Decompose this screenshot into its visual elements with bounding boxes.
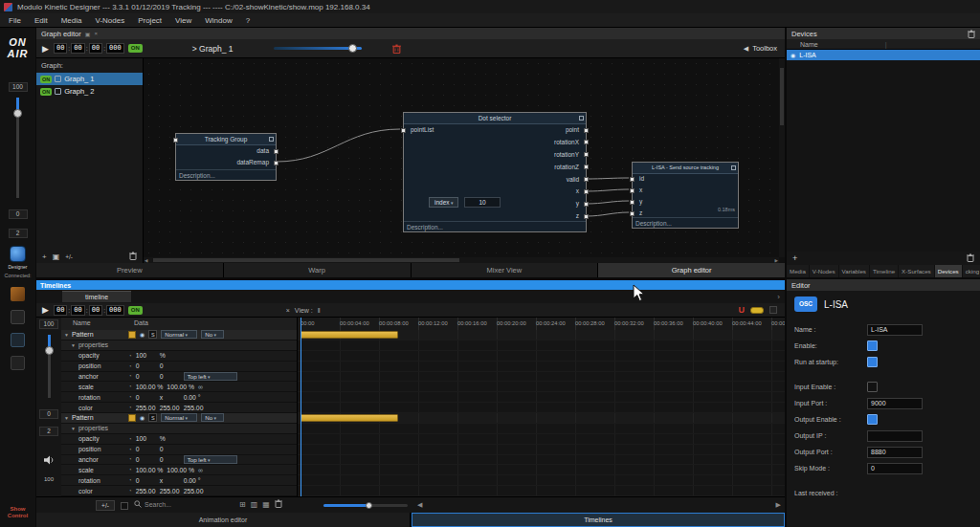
property-value[interactable]: 255.00 [184, 405, 204, 411]
property-row-scale[interactable]: scale◔100.00 %100.00 %∞ [61, 465, 297, 475]
property-value[interactable]: 255.00 [136, 488, 156, 494]
node-collapse-box[interactable] [731, 165, 736, 170]
port-out-rotationz[interactable] [584, 165, 589, 169]
grid-row[interactable] [298, 372, 785, 383]
property-value[interactable]: 0 [136, 456, 156, 463]
view-tab-warp[interactable]: Warp [224, 263, 411, 277]
node-collapse-box[interactable] [269, 137, 274, 142]
port-in-y[interactable] [630, 200, 635, 205]
menu-v-nodes[interactable]: V-Nodes [88, 13, 131, 28]
master-fader-value[interactable]: 100 [9, 82, 28, 92]
graph-list-item-graph-1[interactable]: ONGraph_ 1 [36, 73, 143, 85]
sidebar-value-b[interactable]: 2 [9, 229, 28, 238]
fader-knob[interactable] [13, 109, 22, 118]
timeline-fader[interactable] [45, 335, 54, 398]
grid-row[interactable] [298, 362, 785, 372]
property-row-rotation[interactable]: rotation◔0x0.00 ° [61, 475, 297, 486]
keyframe-clock-icon[interactable]: ◔ [128, 467, 132, 472]
menu-x[interactable]: ? [239, 13, 256, 28]
on-badge[interactable]: ON [40, 76, 52, 83]
play-button[interactable]: ▶ [42, 305, 49, 315]
port-in[interactable] [173, 138, 178, 143]
column-divider[interactable]: | [885, 41, 887, 48]
add-graph-button[interactable]: + [42, 253, 47, 261]
track-header-pattern[interactable]: ▼Pattern◉SNormalNo [61, 413, 297, 424]
keyframe-clock-icon[interactable]: ◔ [128, 488, 132, 494]
property-value[interactable]: 255.00 [160, 488, 180, 494]
property-value[interactable]: 0.00 ° [184, 394, 204, 401]
property-value[interactable]: 100.00 % [167, 384, 194, 390]
property-row-anchor[interactable]: anchor◔00Top left [61, 455, 297, 466]
marker-icon[interactable] [750, 307, 764, 314]
zoom-bars-icon[interactable]: ‖ [318, 307, 321, 314]
keyframe-clock-icon[interactable]: ◔ [128, 405, 132, 410]
port-out-data[interactable] [274, 149, 278, 154]
node-dot-selector[interactable]: Dot selector pointList pointrotationXrot… [403, 112, 587, 232]
on-badge[interactable]: ON [128, 306, 143, 315]
playhead-line[interactable] [301, 330, 301, 496]
index-dropdown[interactable]: index [429, 197, 458, 208]
collapse-icon[interactable]: ▼ [64, 415, 69, 421]
kinetic-icon[interactable] [11, 287, 25, 301]
input-name[interactable]: L-ISA [867, 324, 923, 336]
grid-row[interactable] [298, 424, 785, 434]
playhead-line[interactable] [301, 318, 301, 330]
grid-row[interactable] [298, 465, 785, 475]
node-header[interactable]: Dot selector [404, 113, 586, 124]
checkbox-input-enable[interactable] [867, 382, 878, 392]
panel-tab-v-nodes[interactable]: V-Nodes [810, 265, 838, 277]
option-dropdown[interactable]: No [201, 330, 224, 339]
property-value[interactable]: 0.00 ° [184, 477, 204, 484]
property-value[interactable]: 100 [136, 435, 156, 442]
view-tab-preview[interactable]: Preview [36, 263, 223, 277]
anchor-dropdown[interactable]: Top left [184, 455, 237, 464]
collapse-icon[interactable]: ▼ [64, 332, 69, 338]
grid-row[interactable] [298, 455, 785, 466]
property-value[interactable]: x [160, 394, 180, 401]
keyframe-clock-icon[interactable]: ◔ [128, 384, 132, 389]
grid-row[interactable] [298, 351, 785, 362]
solo-button[interactable]: S [148, 330, 157, 339]
property-value[interactable]: 255.00 [184, 488, 204, 494]
keyframe-clock-icon[interactable]: ◔ [128, 353, 132, 359]
panel-tab-x-surfaces[interactable]: X-Surfaces [899, 265, 934, 277]
property-value[interactable]: 0 [160, 362, 180, 369]
node-graph-canvas[interactable]: Tracking Group datadataRemap Description… [144, 58, 785, 263]
property-value[interactable]: 0 [136, 477, 156, 484]
canvas-horizontal-scrollbar[interactable]: ◀ ▶ [144, 257, 779, 263]
property-value[interactable]: 100 [136, 352, 156, 359]
property-value[interactable]: 255.00 [136, 405, 156, 411]
menu-file[interactable]: File [2, 13, 28, 28]
node-lisa-send-source-tracking[interactable]: L-ISA - Send source tracking idxyz 0.18m… [632, 162, 739, 229]
property-row-position[interactable]: position◔00 [61, 445, 297, 455]
property-row-rotation[interactable]: rotation◔0x0.00 ° [61, 392, 297, 403]
node-collapse-box[interactable] [579, 116, 584, 121]
port-out-x[interactable] [584, 189, 589, 194]
solo-button[interactable]: S [148, 413, 157, 422]
bottom-tab-timelines[interactable]: Timelines [412, 513, 785, 527]
track-color-swatch[interactable] [128, 414, 136, 422]
play-button[interactable]: ▶ [42, 44, 49, 54]
scroll-left-icon[interactable]: ◀ [145, 258, 147, 263]
timeline-value-a[interactable]: 0 [39, 409, 58, 419]
dock-icon[interactable]: ▣ [85, 31, 91, 37]
timeline-clip[interactable] [301, 414, 398, 422]
input-output-port[interactable]: 8880 [867, 447, 923, 458]
graph-breadcrumb[interactable]: > Graph_ 1 [192, 44, 234, 54]
property-row-color[interactable]: color◔255.00255.00255.00 [61, 486, 297, 496]
port-out-valid[interactable] [584, 177, 589, 182]
delete-graph-button[interactable] [392, 44, 401, 54]
property-value[interactable]: 0 [136, 373, 156, 380]
vnodes-icon[interactable] [11, 333, 25, 347]
input-skip-mode[interactable]: 0 [867, 463, 923, 474]
plus-minus-button[interactable]: +/- [96, 500, 115, 511]
timelines-title-bar[interactable]: Timelines [36, 280, 785, 290]
panel-tab-media[interactable]: Media [787, 265, 809, 277]
grid-row[interactable] [298, 413, 785, 424]
close-icon[interactable]: × [94, 31, 98, 36]
close-icon[interactable]: × [286, 307, 290, 314]
sidebar-value-a[interactable]: 0 [9, 209, 28, 219]
slider-knob[interactable] [348, 44, 357, 53]
blend-mode-dropdown[interactable]: Normal [161, 413, 197, 422]
port-out-rotationx[interactable] [584, 140, 589, 144]
